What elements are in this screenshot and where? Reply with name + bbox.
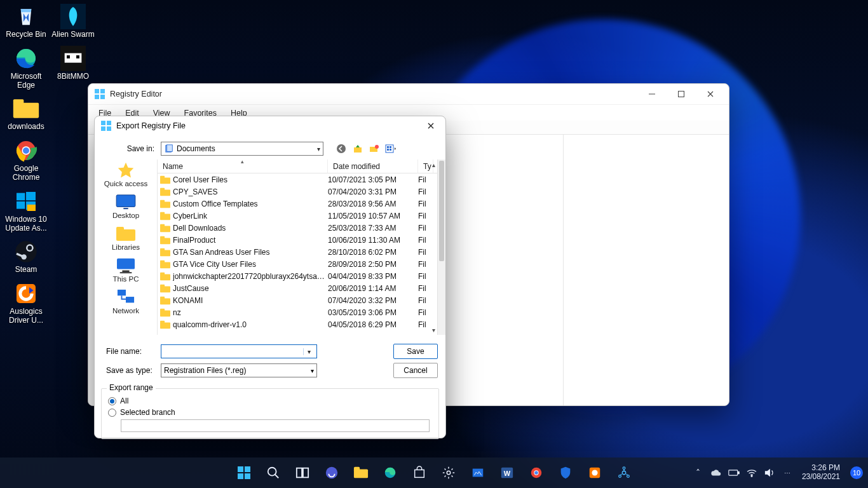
onedrive-icon[interactable] — [710, 467, 722, 478]
cancel-button[interactable]: Cancel — [393, 363, 438, 378]
label: Network — [112, 307, 139, 315]
svg-rect-24 — [167, 145, 173, 152]
taskbar-security[interactable] — [553, 460, 578, 485]
dialog-close-button[interactable] — [421, 117, 440, 135]
language-indicator[interactable]: ⋯ — [782, 467, 793, 478]
wifi-icon[interactable] — [746, 467, 757, 478]
dialog-titlebar[interactable]: Export Registry File — [95, 116, 445, 135]
list-item[interactable]: GTA Vice City User Files28/09/2018 2:50 … — [158, 258, 445, 270]
list-item[interactable]: Custom Office Templates28/03/2018 9:56 A… — [158, 198, 445, 210]
svg-rect-2 — [13, 100, 24, 105]
list-item[interactable]: Corel User Files10/07/2021 3:05 PMFil — [158, 173, 445, 186]
desktop-icon-recycle-bin[interactable]: Recycle Bin — [3, 1, 50, 43]
taskbar-chat[interactable] — [319, 460, 344, 485]
place-this-pc[interactable]: This PC — [97, 256, 154, 283]
desktop-icon-win10-update[interactable]: Windows 10 Update As... — [3, 186, 50, 237]
saveastype-combo[interactable]: Registration Files (*.reg) ▾ — [161, 363, 317, 377]
close-button[interactable] — [696, 84, 725, 104]
desktop-icon-8bitmmo[interactable]: 8BitMMO — [50, 43, 97, 85]
taskbar-app-3[interactable] — [611, 460, 637, 485]
svg-rect-43 — [118, 290, 126, 295]
folder-icon — [160, 187, 170, 197]
selected-branch-input[interactable] — [121, 419, 430, 432]
list-item[interactable]: CPY_SAVES07/04/2020 3:31 PMFil — [158, 186, 445, 198]
search-button[interactable] — [261, 460, 286, 485]
taskbar-store[interactable] — [407, 460, 432, 485]
regedit-col-type[interactable] — [564, 135, 729, 405]
label: This PC — [113, 275, 139, 283]
new-folder-button[interactable] — [368, 142, 381, 155]
list-item[interactable]: KONAMI07/04/2020 3:32 PMFil — [158, 294, 445, 306]
item-date: 04/05/2018 6:29 PM — [328, 320, 418, 329]
folder-icon — [160, 247, 170, 257]
svg-rect-31 — [390, 146, 391, 148]
svg-rect-97 — [729, 470, 738, 475]
chevron-down-icon[interactable]: ▾ — [303, 348, 314, 355]
tray-overflow-button[interactable]: ˄ — [693, 467, 704, 478]
desktop-icon-alien-swarm[interactable]: Alien Swarm — [50, 1, 97, 43]
item-name: GTA San Andreas User Files — [173, 248, 328, 257]
minimize-button[interactable] — [637, 84, 667, 104]
svg-rect-83 — [415, 470, 424, 477]
taskbar-word[interactable]: W — [494, 460, 520, 485]
task-view-button[interactable] — [290, 460, 315, 485]
documents-icon — [164, 144, 174, 154]
header-name[interactable]: ▴ Name — [158, 159, 328, 173]
filename-input[interactable]: ▾ — [161, 344, 317, 358]
export-dialog: Export Registry File Save in: Documents … — [94, 116, 446, 438]
svg-rect-40 — [117, 259, 135, 269]
regedit-titlebar[interactable]: Registry Editor — [88, 84, 729, 104]
place-desktop[interactable]: Desktop — [97, 193, 154, 219]
volume-icon[interactable] — [764, 467, 775, 478]
radio-all[interactable]: All — [108, 396, 432, 405]
place-libraries[interactable]: Libraries — [97, 224, 154, 251]
save-button[interactable]: Save — [393, 344, 438, 359]
this-pc-icon — [114, 256, 137, 275]
svg-rect-48 — [160, 187, 165, 190]
battery-icon[interactable] — [728, 467, 740, 478]
desktop-icon-auslogics[interactable]: Auslogics Driver U... — [3, 278, 50, 329]
svg-rect-52 — [160, 212, 165, 214]
list-item[interactable]: qualcomm-driver-v1.004/05/2018 6:29 PMFi… — [158, 318, 445, 330]
list-item[interactable]: johnwickchapter22017720pblurayx264ytsag-… — [158, 270, 445, 282]
label: All — [120, 396, 128, 405]
view-menu-button[interactable] — [384, 142, 397, 155]
desktop-icon-downloads[interactable]: downloads — [3, 93, 50, 135]
back-button[interactable] — [335, 142, 348, 155]
taskbar-app-1[interactable] — [465, 460, 491, 485]
place-quick-access[interactable]: Quick access — [97, 161, 154, 187]
start-button[interactable] — [231, 460, 257, 485]
list-item[interactable]: nz03/05/2019 3:06 PMFil — [158, 306, 445, 318]
list-body[interactable]: Corel User Files10/07/2021 3:05 PMFilCPY… — [158, 173, 445, 335]
chevron-down-icon: ▾ — [317, 146, 320, 152]
list-item[interactable]: FinalProduct10/06/2019 11:30 AMFil — [158, 234, 445, 246]
list-item[interactable]: CyberLink11/05/2019 10:57 AMFil — [158, 210, 445, 222]
notification-badge[interactable]: 10 — [850, 466, 863, 479]
svg-rect-7 — [17, 193, 25, 200]
list-item[interactable]: Dell Downloads25/03/2018 7:33 AMFil — [158, 222, 445, 234]
folder-icon — [160, 211, 170, 221]
taskbar-clock[interactable]: 3:26 PM 23/08/2021 — [802, 464, 840, 482]
label: Recycle Bin — [6, 30, 46, 39]
maximize-button[interactable] — [667, 84, 696, 104]
list-item[interactable]: JustCause20/06/2019 1:14 AMFil — [158, 282, 445, 294]
desktop-icon-edge[interactable]: Microsoft Edge — [3, 43, 50, 94]
place-network[interactable]: Network — [97, 288, 154, 315]
taskbar-explorer[interactable] — [348, 460, 374, 485]
taskbar-edge[interactable] — [377, 460, 403, 485]
save-in-combo[interactable]: Documents ▾ — [161, 142, 323, 156]
desktop-icon-chrome[interactable]: Google Chrome — [3, 135, 50, 186]
label: 8BitMMO — [57, 72, 89, 81]
filename-text[interactable] — [164, 347, 303, 356]
taskbar-app-2[interactable] — [582, 460, 607, 485]
radio-selected-branch[interactable]: Selected branch — [108, 408, 432, 417]
desktop-icon-steam[interactable]: Steam — [3, 236, 50, 278]
list-item[interactable]: GTA San Andreas User Files28/10/2018 6:0… — [158, 246, 445, 258]
up-one-level-button[interactable] — [351, 142, 364, 155]
header-date-modified[interactable]: Date modified — [328, 159, 418, 173]
network-icon — [114, 288, 137, 307]
taskbar-chrome[interactable] — [524, 460, 549, 485]
taskbar-settings[interactable] — [436, 460, 461, 485]
label: Google Chrome — [3, 165, 49, 182]
scroll-up-icon[interactable]: ▴ — [430, 161, 437, 168]
